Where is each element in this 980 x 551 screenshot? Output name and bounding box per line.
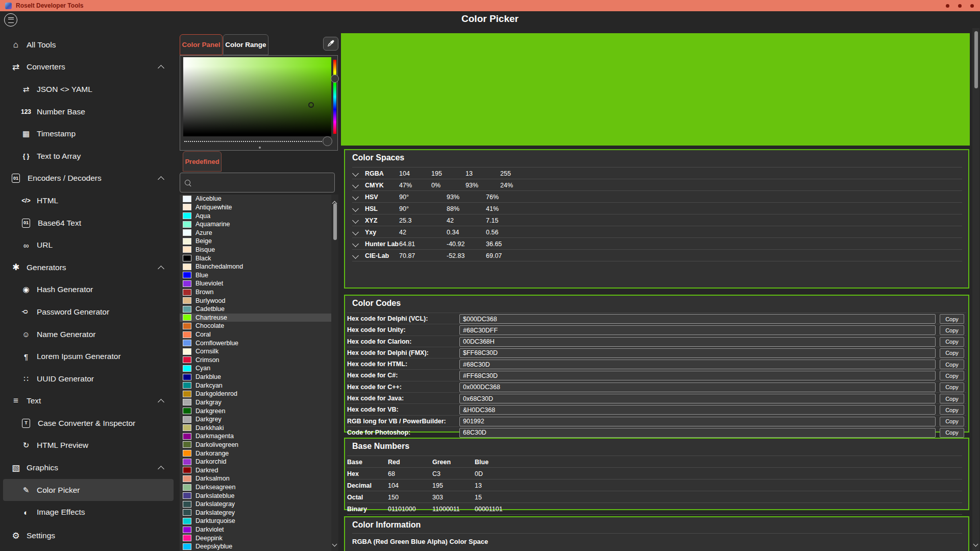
copy-button[interactable]: Copy	[940, 417, 964, 426]
color-list-item-darkturquoise[interactable]: Darkturquoise	[180, 517, 331, 525]
sidebar-item-timestamp[interactable]: ▦Timestamp	[3, 123, 174, 145]
copy-button[interactable]: Copy	[940, 394, 964, 403]
sidebar-item-json-yaml[interactable]: ⇄JSON <> YAML	[3, 78, 174, 101]
sidebar-item-number-base[interactable]: 123Number Base	[3, 101, 174, 123]
color-code-value-field[interactable]	[459, 417, 936, 426]
hue-slider[interactable]	[333, 60, 336, 134]
tab-color-range[interactable]: Color Range	[223, 34, 268, 55]
color-list-item-darkslategray[interactable]: Darkslategray	[180, 500, 331, 509]
saturation-value-panel[interactable]	[183, 57, 331, 136]
copy-button[interactable]: Copy	[940, 405, 964, 415]
color-code-value-field[interactable]	[459, 314, 936, 324]
hue-slider-handle[interactable]	[331, 75, 339, 83]
color-list-item-darkgoldenrod[interactable]: Darkgoldenrod	[180, 390, 331, 398]
color-list-item-aliceblue[interactable]: Aliceblue	[180, 195, 331, 203]
color-list-item-burlywood[interactable]: Burlywood	[180, 296, 331, 305]
color-list-item-deeppink[interactable]: Deeppink	[180, 534, 331, 542]
color-list-item-darkmagenta[interactable]: Darkmagenta	[180, 432, 331, 441]
main-scrollbar-thumb[interactable]	[974, 31, 978, 88]
color-code-value-field[interactable]	[459, 394, 936, 403]
color-code-value-field[interactable]	[459, 405, 936, 415]
sidebar-item-case-converter-inspector[interactable]: TCase Converter & Inspector	[3, 412, 174, 435]
sidebar-item-converters[interactable]: ⇄Converters	[3, 56, 174, 79]
main-scrollbar[interactable]	[972, 28, 979, 551]
chevron-up-icon[interactable]	[158, 176, 164, 183]
sidebar-item-html[interactable]: </>HTML	[3, 189, 174, 212]
eyedropper-button[interactable]	[323, 37, 338, 51]
chevron-down-icon[interactable]	[352, 217, 359, 224]
sidebar-item-text-to-array[interactable]: { }Text to Array	[3, 145, 174, 167]
chevron-down-icon[interactable]	[352, 229, 359, 235]
chevron-up-icon[interactable]	[158, 399, 164, 405]
color-list-item-darkkhaki[interactable]: Darkkhaki	[180, 423, 331, 432]
sidebar-item-encoders-decoders[interactable]: 01Encoders / Decoders	[3, 167, 174, 190]
chevron-down-icon[interactable]	[352, 241, 359, 247]
color-search-input[interactable]	[194, 178, 330, 187]
chevron-down-icon[interactable]	[352, 205, 359, 212]
color-cursor[interactable]	[308, 102, 314, 108]
color-code-value-field[interactable]	[459, 348, 936, 358]
color-list-item-coral[interactable]: Coral	[180, 330, 331, 339]
color-list-item-darkred[interactable]: Darkred	[180, 466, 331, 475]
scroll-down-icon[interactable]	[974, 539, 977, 548]
color-list-item-darkcyan[interactable]: Darkcyan	[180, 381, 331, 390]
color-list-item-aqua[interactable]: Aqua	[180, 211, 331, 220]
copy-button[interactable]: Copy	[940, 428, 964, 438]
color-list-item-darkolivegreen[interactable]: Darkolivegreen	[180, 441, 331, 449]
color-list-item-brown[interactable]: Brown	[180, 288, 331, 297]
chevron-down-icon[interactable]	[352, 182, 359, 188]
copy-button[interactable]: Copy	[940, 337, 964, 347]
color-list-item-darkseagreen[interactable]: Darkseagreen	[180, 483, 331, 492]
sidebar-item-hash-generator[interactable]: ◉Hash Generator	[3, 279, 174, 301]
color-list-item-antiquewhite[interactable]: Antiquewhite	[180, 203, 331, 212]
chevron-down-icon[interactable]	[352, 170, 359, 177]
chevron-up-icon[interactable]	[158, 65, 164, 72]
color-list-item-darkblue[interactable]: Darkblue	[180, 373, 331, 381]
sidebar-item-url[interactable]: ∞URL	[3, 234, 174, 256]
copy-button[interactable]: Copy	[940, 314, 964, 324]
copy-button[interactable]: Copy	[940, 325, 964, 335]
sidebar-item-graphics[interactable]: ▧Graphics	[3, 457, 174, 479]
color-list-item-darkgray[interactable]: Darkgray	[180, 398, 331, 407]
color-list-item-cyan[interactable]: Cyan	[180, 364, 331, 373]
sidebar-item-password-generator[interactable]: ϙPassword Generator	[3, 301, 174, 323]
scroll-down-icon[interactable]	[333, 539, 336, 548]
copy-button[interactable]: Copy	[940, 348, 964, 358]
sidebar-item-generators[interactable]: ✱Generators	[3, 256, 174, 279]
color-code-value-field[interactable]	[459, 325, 936, 335]
color-list-item-chartreuse[interactable]: Chartreuse	[180, 314, 331, 322]
color-list-item-cadetblue[interactable]: Cadetblue	[180, 305, 331, 314]
color-code-value-field[interactable]	[459, 371, 936, 380]
sidebar-item-html-preview[interactable]: ↻HTML Preview	[3, 435, 174, 457]
color-list-scrollbar[interactable]	[331, 195, 338, 551]
maximize-button[interactable]	[958, 4, 962, 8]
color-list-item-darkviolet[interactable]: Darkviolet	[180, 525, 331, 534]
sidebar-item-uuid-generator[interactable]: ∷UUID Generator	[3, 368, 174, 390]
color-list-scrollbar-thumb[interactable]	[333, 203, 337, 240]
color-list-item-azure[interactable]: Azure	[180, 228, 331, 237]
sidebar-item-base64-text[interactable]: 01Base64 Text	[3, 212, 174, 234]
close-button[interactable]	[970, 4, 974, 8]
chevron-up-icon[interactable]	[158, 266, 164, 272]
chevron-up-icon[interactable]	[158, 466, 164, 472]
sidebar-item-name-generator[interactable]: ☺Name Generator	[3, 323, 174, 346]
tab-color-panel[interactable]: Color Panel	[180, 34, 223, 55]
color-list-item-darkorchid[interactable]: Darkorchid	[180, 458, 331, 466]
sidebar-item-text[interactable]: ≡Text	[3, 390, 174, 413]
sidebar-item-all-tools[interactable]: ⌂All Tools	[3, 34, 174, 56]
color-list-item-darkslateblue[interactable]: Darkslateblue	[180, 491, 331, 500]
color-list-item-darkslategrey[interactable]: Darkslategrey	[180, 509, 331, 517]
color-list-item-cornflowerblue[interactable]: Cornflowerblue	[180, 339, 331, 347]
sidebar-item-image-effects[interactable]: ◐Image Effects	[3, 501, 174, 523]
minimize-button[interactable]	[946, 4, 949, 8]
color-list-item-black[interactable]: Black	[180, 254, 331, 262]
chevron-down-icon[interactable]	[352, 194, 359, 200]
chevron-down-icon[interactable]	[352, 252, 359, 259]
copy-button[interactable]: Copy	[940, 382, 964, 392]
color-list-item-deepskyblue[interactable]: Deepskyblue	[180, 542, 331, 551]
sidebar-item-settings[interactable]: ⚙Settings	[3, 524, 174, 547]
color-list-item-bisque[interactable]: Bisque	[180, 246, 331, 254]
color-list-item-blueviolet[interactable]: Blueviolet	[180, 279, 331, 288]
color-list-item-aquamarine[interactable]: Aquamarine	[180, 220, 331, 229]
color-list-item-beige[interactable]: Beige	[180, 237, 331, 246]
